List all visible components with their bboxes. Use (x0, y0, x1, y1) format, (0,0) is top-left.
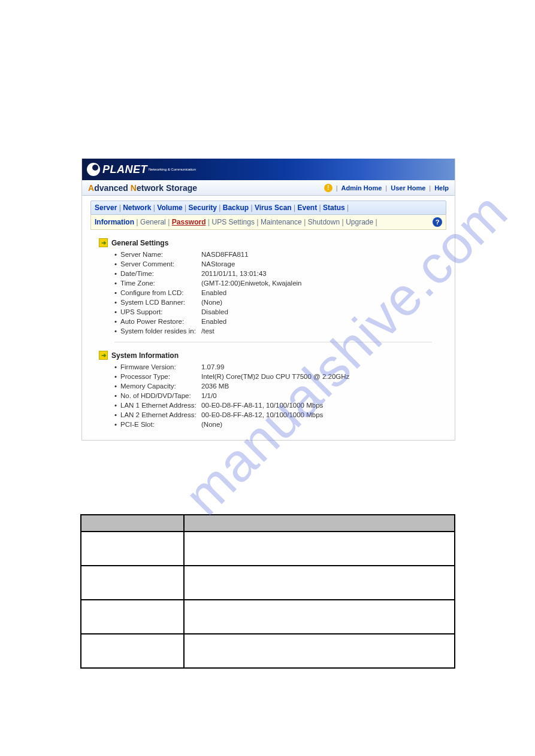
tab-virus-scan[interactable]: Virus Scan (255, 204, 292, 212)
label: PCI-E Slot: (120, 421, 201, 428)
list-item: Auto Power Restore:Enabled (114, 318, 446, 325)
section-header: ➜ General Settings (99, 238, 446, 247)
value: (None) (201, 299, 446, 306)
value: 2011/01/11, 13:01:43 (201, 270, 446, 277)
label: Server Comment: (120, 260, 201, 268)
table-row (81, 566, 455, 600)
help-icon[interactable]: ? (433, 217, 442, 227)
table-header-cell (184, 515, 455, 532)
subtab-maintenance[interactable]: Maintenance (261, 218, 302, 226)
list-item: Server Name:NASD8FFA811 (114, 251, 446, 258)
value: Disabled (201, 308, 446, 315)
table-row (81, 634, 455, 668)
brand-header: PLANET Networking & Communication (82, 159, 455, 180)
list-item: Memory Capacity:2036 MB (114, 382, 446, 390)
value: /test (201, 327, 446, 335)
list-item: Configure from LCD:Enabled (114, 289, 446, 296)
list-item: PCI-E Slot:(None) (114, 421, 446, 428)
content-area: Server | Network | Volume | Security | B… (82, 196, 455, 440)
value: (GMT-12:00)Eniwetok, Kwajalein (201, 280, 446, 287)
label: Date/Time: (120, 270, 201, 277)
subtab-ups-settings[interactable]: UPS Settings (212, 218, 255, 226)
section-title: System Information (111, 351, 179, 360)
label: UPS Support: (120, 308, 201, 315)
admin-panel: PLANET Networking & Communication Advanc… (81, 159, 455, 441)
title-bar: Advanced Network Storage ! | Admin Home … (82, 180, 455, 196)
system-info-list: Firmware Version:1.07.99 Processor Type:… (114, 363, 446, 428)
label: No. of HDD/DVD/Tape: (120, 392, 201, 399)
section-title: General Settings (111, 239, 168, 247)
logo-text: PLANET (102, 163, 147, 176)
subtab-information[interactable]: Information (95, 218, 134, 226)
expand-arrow-icon: ➜ (99, 238, 108, 247)
sub-tabs: Information | General | Password | UPS S… (90, 215, 446, 230)
value: 1/1/0 (201, 392, 446, 399)
separator: | (385, 184, 387, 192)
user-home-link[interactable]: User Home (391, 184, 425, 192)
help-link[interactable]: Help (434, 184, 449, 192)
value: 00-E0-D8-FF-A8-11, 10/100/1000 Mbps (201, 402, 446, 409)
section-general-settings: ➜ General Settings Server Name:NASD8FFA8… (99, 238, 446, 342)
value: 00-E0-D8-FF-A8-12, 10/100/1000 Mbps (201, 411, 446, 418)
subtab-row: Information | General | Password | UPS S… (95, 218, 377, 226)
list-item: System folder resides in:/test (114, 327, 446, 335)
tab-event[interactable]: Event (297, 204, 317, 212)
subtab-password[interactable]: Password (172, 218, 206, 226)
main-tabs: Server | Network | Volume | Security | B… (90, 201, 446, 215)
table-row (81, 532, 455, 566)
table-header-cell (81, 515, 184, 532)
title-part2: etwork Storage (137, 183, 197, 193)
separator: | (429, 184, 431, 192)
divider (114, 342, 432, 342)
label: Server Name: (120, 251, 201, 258)
value: 1.07.99 (201, 363, 446, 371)
list-item: Processor Type:Intel(R) Core(TM)2 Duo CP… (114, 373, 446, 380)
expand-arrow-icon: ➜ (99, 351, 108, 360)
tab-network[interactable]: Network (123, 204, 151, 212)
tab-volume[interactable]: Volume (157, 204, 182, 212)
value: NASD8FFA811 (201, 251, 446, 258)
title-accent-a: A (88, 183, 94, 193)
tab-status[interactable]: Status (323, 204, 345, 212)
title-part1: dvanced (94, 183, 131, 193)
list-item: No. of HDD/DVD/Tape:1/1/0 (114, 392, 446, 399)
label: LAN 1 Ethernet Address: (120, 402, 201, 409)
header-links: ! | Admin Home | User Home | Help (324, 184, 449, 192)
list-item: UPS Support:Disabled (114, 308, 446, 315)
label: Firmware Version: (120, 363, 201, 371)
planet-logo-icon (87, 163, 100, 176)
warning-icon[interactable]: ! (324, 184, 333, 192)
label: System folder resides in: (120, 327, 201, 335)
title-accent-n: N (131, 183, 137, 193)
table-header-row (81, 515, 455, 532)
admin-home-link[interactable]: Admin Home (341, 184, 382, 192)
list-item: LAN 1 Ethernet Address:00-E0-D8-FF-A8-11… (114, 402, 446, 409)
separator: | (336, 184, 338, 192)
label: LAN 2 Ethernet Address: (120, 411, 201, 418)
list-item: Server Comment:NAStorage (114, 260, 446, 268)
label: Time Zone: (120, 280, 201, 287)
subtab-shutdown[interactable]: Shutdown (308, 218, 340, 226)
value: Intel(R) Core(TM)2 Duo CPU T7500 @ 2.20G… (201, 373, 446, 380)
section-header: ➜ System Information (99, 351, 446, 360)
list-item: Firmware Version:1.07.99 (114, 363, 446, 371)
tab-server[interactable]: Server (95, 204, 117, 212)
list-item: Date/Time:2011/01/11, 13:01:43 (114, 270, 446, 277)
logo-subtitle: Networking & Communication (149, 168, 196, 171)
tab-backup[interactable]: Backup (223, 204, 249, 212)
section-system-information: ➜ System Information Firmware Version:1.… (99, 351, 446, 428)
label: Memory Capacity: (120, 382, 201, 390)
subtab-upgrade[interactable]: Upgrade (346, 218, 373, 226)
empty-data-table (80, 514, 455, 669)
value: Enabled (201, 318, 446, 325)
label: Processor Type: (120, 373, 201, 380)
list-item: LAN 2 Ethernet Address:00-E0-D8-FF-A8-12… (114, 411, 446, 418)
list-item: Time Zone:(GMT-12:00)Eniwetok, Kwajalein (114, 280, 446, 287)
label: Auto Power Restore: (120, 318, 201, 325)
tab-security[interactable]: Security (189, 204, 217, 212)
label: Configure from LCD: (120, 289, 201, 296)
list-item: System LCD Banner:(None) (114, 299, 446, 306)
general-settings-list: Server Name:NASD8FFA811 Server Comment:N… (114, 251, 446, 335)
subtab-general[interactable]: General (140, 218, 166, 226)
page-title: Advanced Network Storage (88, 183, 197, 193)
